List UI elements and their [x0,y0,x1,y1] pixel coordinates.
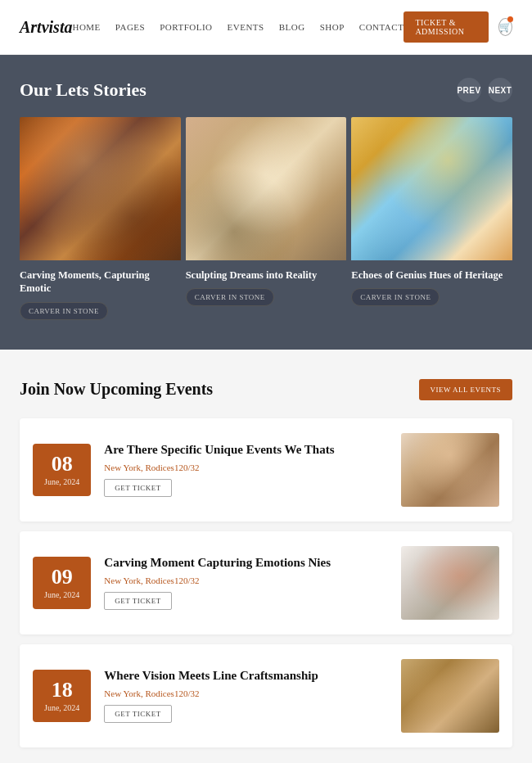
event-info-0: Are There Specific Unique Events We That… [104,442,388,497]
event-name-0: Are There Specific Unique Events We That… [104,442,388,458]
stories-section: Our Lets Stories PREV NEXT Carving Momen… [0,55,532,350]
story-card-2: Echoes of Genius Hues of HeritageCARVER … [351,117,512,323]
cart-icon-symbol: 🛒 [499,21,512,34]
event-date-box-1: 09June, 2024 [33,557,91,609]
event-day-1: 09 [44,567,79,588]
nav-link-portfolio[interactable]: PORTFOLIO [160,22,212,32]
nav-link-shop[interactable]: SHOP [320,22,345,32]
story-card-0: Carving Moments, Capturing EmoticCARVER … [20,117,181,323]
event-image-0 [401,433,499,507]
event-day-0: 08 [44,454,79,475]
carver-in-stone-button-0[interactable]: CARVER IN STONE [20,302,108,320]
event-day-2: 18 [44,679,79,701]
story-image-2 [351,117,512,260]
event-location-2: New York, Rodices120/32 [104,689,388,698]
event-name-1: Carving Moment Capturing Emotions Nies [104,555,388,571]
stories-title: Our Lets Stories [20,79,147,101]
ticket-admission-button[interactable]: TICKET & ADMISSION [404,11,489,43]
story-info-2: Echoes of Genius Hues of HeritageCARVER … [351,260,512,309]
view-all-events-button[interactable]: VIEW ALL EVENTS [419,379,513,400]
story-image-1 [186,117,347,260]
nav-link-blog[interactable]: BLOG [279,22,305,32]
event-month-0: June, 2024 [44,477,79,486]
event-date-box-0: 08June, 2024 [33,444,91,496]
events-list: 08June, 2024Are There Specific Unique Ev… [20,418,512,747]
stories-grid: Carving Moments, Capturing EmoticCARVER … [20,117,512,323]
event-name-2: Where Vision Meets Line Craftsmanship [104,668,388,684]
event-card-2: 18June, 2024Where Vision Meets Line Craf… [20,644,512,747]
prev-button[interactable]: PREV [457,78,481,102]
carver-in-stone-button-1[interactable]: CARVER IN STONE [186,288,274,306]
story-info-1: Sculpting Dreams into RealityCARVER IN S… [186,260,347,309]
story-info-0: Carving Moments, Capturing EmoticCARVER … [20,260,181,323]
stories-nav-buttons: PREV NEXT [457,78,512,102]
nav-link-contact[interactable]: CONTACT [359,22,404,32]
events-section: Join Now Upcoming Events VIEW ALL EVENTS… [0,350,532,764]
next-button[interactable]: NEXT [488,78,512,102]
story-title-1: Sculpting Dreams into Reality [186,269,347,282]
story-card-1: Sculpting Dreams into RealityCARVER IN S… [186,117,347,323]
get-ticket-button-0[interactable]: GET TICKET [104,479,171,497]
site-logo: Artvista [20,18,72,37]
event-card-0: 08June, 2024Are There Specific Unique Ev… [20,418,512,521]
carver-in-stone-button-2[interactable]: CARVER IN STONE [351,288,440,306]
get-ticket-button-1[interactable]: GET TICKET [104,592,171,610]
event-card-1: 09June, 2024Carving Moment Capturing Emo… [20,531,512,634]
stories-header: Our Lets Stories PREV NEXT [20,78,512,102]
event-info-2: Where Vision Meets Line CraftsmanshipNew… [104,668,388,723]
story-title-0: Carving Moments, Capturing Emotic [20,269,181,296]
cart-icon[interactable]: 🛒 [498,18,512,36]
nav-link-home[interactable]: HOME [72,22,100,32]
story-title-2: Echoes of Genius Hues of Heritage [351,269,512,282]
event-month-2: June, 2024 [44,703,79,712]
nav-right: TICKET & ADMISSION 🛒 [404,11,512,43]
nav-link-events[interactable]: EVENTS [228,22,264,32]
get-ticket-button-2[interactable]: GET TICKET [104,705,171,723]
nav-link-pages[interactable]: PAGES [115,22,145,32]
event-info-1: Carving Moment Capturing Emotions NiesNe… [104,555,388,610]
event-location-1: New York, Rodices120/32 [104,576,388,585]
story-image-0 [20,117,181,260]
event-image-2 [401,659,499,733]
event-month-1: June, 2024 [44,590,79,599]
navbar: Artvista HOMEPAGESPORTFOLIOEVENTSBLOGSHO… [0,0,532,55]
event-date-box-2: 18June, 2024 [33,670,91,722]
events-title: Join Now Upcoming Events [20,380,213,399]
events-header: Join Now Upcoming Events VIEW ALL EVENTS [20,379,512,400]
event-location-0: New York, Rodices120/32 [104,463,388,472]
nav-links: HOMEPAGESPORTFOLIOEVENTSBLOGSHOPCONTACT [72,22,404,32]
event-image-1 [401,546,499,620]
cart-notification-dot [507,16,513,22]
